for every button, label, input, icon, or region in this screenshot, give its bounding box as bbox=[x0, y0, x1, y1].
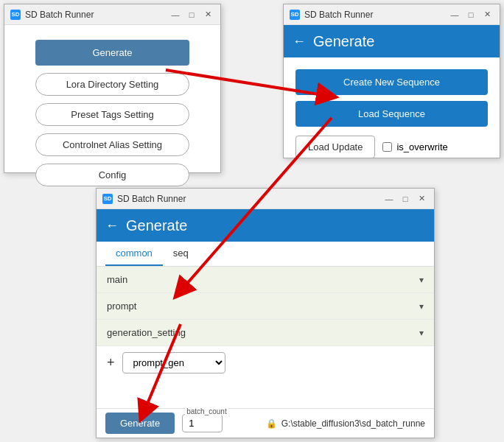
lock-icon: 🔒 bbox=[266, 418, 277, 429]
chevron-prompt-icon: ▾ bbox=[419, 301, 424, 312]
minimize-btn-1[interactable]: — bbox=[169, 8, 182, 21]
chevron-main-icon: ▾ bbox=[419, 275, 424, 285]
accordion-main-header[interactable]: main ▾ bbox=[97, 267, 434, 292]
close-btn-3[interactable]: ✕ bbox=[415, 192, 428, 206]
back-button-2[interactable]: ← bbox=[293, 34, 306, 49]
accordion-generation-setting-header[interactable]: generation_setting ▾ bbox=[97, 320, 434, 345]
app-icon-2: SD bbox=[290, 10, 300, 20]
header-bar-2: ← Generate bbox=[284, 25, 500, 57]
maximize-btn-1[interactable]: □ bbox=[185, 8, 198, 21]
title-bar-controls-1: — □ ✕ bbox=[169, 8, 214, 21]
close-btn-1[interactable]: ✕ bbox=[201, 8, 214, 21]
title-bar-controls-3: — □ ✕ bbox=[382, 192, 428, 206]
load-update-row: Load Update is_overwrite bbox=[295, 136, 488, 158]
app-icon-3: SD bbox=[102, 194, 113, 204]
title-bar-3: SD SD Batch Runner — □ ✕ bbox=[97, 189, 434, 209]
controlnet-alias-button[interactable]: Controlnet Alias Setting bbox=[35, 133, 189, 156]
create-new-sequence-button[interactable]: Create New Sequence bbox=[295, 69, 488, 95]
accordion-prompt: prompt ▾ bbox=[97, 293, 434, 320]
accordion-generation-setting-label: generation_setting bbox=[107, 327, 186, 338]
path-text: G:\stable_diffusion3\sd_batch_runne bbox=[281, 418, 425, 429]
window-1: SD SD Batch Runner — □ ✕ Generate Lora D… bbox=[4, 4, 221, 173]
chevron-generation-icon: ▾ bbox=[419, 328, 424, 338]
maximize-btn-3[interactable]: □ bbox=[399, 192, 412, 206]
generate-button[interactable]: Generate bbox=[35, 40, 189, 66]
batch-count-input[interactable] bbox=[182, 414, 223, 432]
preset-tags-button[interactable]: Preset Tags Setting bbox=[35, 103, 189, 126]
window-3-footer: Generate batch_count 🔒 G:\stable_diffusi… bbox=[97, 408, 434, 438]
window-3-body: main ▾ prompt ▾ generation_setting ▾ + p… bbox=[97, 267, 434, 379]
is-overwrite-row: is_overwrite bbox=[382, 141, 447, 152]
window-1-title: SD Batch Runner bbox=[25, 10, 169, 20]
accordion-prompt-header[interactable]: prompt ▾ bbox=[97, 293, 434, 319]
generate-footer-button[interactable]: Generate bbox=[105, 413, 175, 434]
title-bar-controls-2: — □ ✕ bbox=[448, 8, 494, 21]
is-overwrite-label: is_overwrite bbox=[396, 141, 447, 152]
config-button[interactable]: Config bbox=[35, 164, 189, 186]
batch-count-box: batch_count bbox=[182, 414, 223, 432]
tab-common[interactable]: common bbox=[105, 242, 163, 266]
maximize-btn-2[interactable]: □ bbox=[464, 8, 477, 21]
load-update-button[interactable]: Load Update bbox=[295, 136, 375, 158]
minimize-btn-3[interactable]: — bbox=[382, 192, 396, 206]
header-bar-3: ← Generate bbox=[97, 209, 434, 242]
window-3-title: SD Batch Runner bbox=[117, 194, 382, 204]
back-button-3[interactable]: ← bbox=[105, 218, 119, 234]
accordion-main-label: main bbox=[107, 274, 127, 285]
prompt-gen-dropdown[interactable]: prompt_gen bbox=[122, 352, 225, 373]
dropdown-row: + prompt_gen bbox=[97, 346, 434, 379]
window-2: SD SD Batch Runner — □ ✕ ← Generate Crea… bbox=[283, 4, 500, 158]
batch-count-label: batch_count bbox=[185, 407, 228, 415]
header-title-2: Generate bbox=[313, 33, 374, 50]
title-bar-1: SD SD Batch Runner — □ ✕ bbox=[4, 4, 220, 25]
window-2-body: Create New Sequence Load Sequence Load U… bbox=[284, 57, 500, 170]
add-button[interactable]: + bbox=[107, 355, 115, 371]
is-overwrite-checkbox[interactable] bbox=[382, 142, 392, 152]
window-2-title: SD Batch Runner bbox=[304, 10, 448, 20]
tab-seq[interactable]: seq bbox=[163, 242, 199, 266]
tabs-bar: common seq bbox=[97, 242, 434, 267]
app-icon-1: SD bbox=[10, 10, 21, 20]
footer-path: 🔒 G:\stable_diffusion3\sd_batch_runne bbox=[266, 418, 425, 429]
accordion-prompt-label: prompt bbox=[107, 301, 136, 312]
load-sequence-button[interactable]: Load Sequence bbox=[295, 101, 488, 127]
window-1-body: Generate Lora Directory Setting Preset T… bbox=[4, 25, 220, 201]
window-3: SD SD Batch Runner — □ ✕ ← Generate comm… bbox=[96, 188, 435, 438]
accordion-generation-setting: generation_setting ▾ bbox=[97, 320, 434, 346]
close-btn-2[interactable]: ✕ bbox=[480, 8, 494, 21]
header-title-3: Generate bbox=[126, 217, 187, 234]
minimize-btn-2[interactable]: — bbox=[448, 8, 461, 21]
title-bar-2: SD SD Batch Runner — □ ✕ bbox=[284, 4, 500, 25]
lora-directory-button[interactable]: Lora Directory Setting bbox=[35, 73, 189, 96]
accordion-main: main ▾ bbox=[97, 267, 434, 293]
